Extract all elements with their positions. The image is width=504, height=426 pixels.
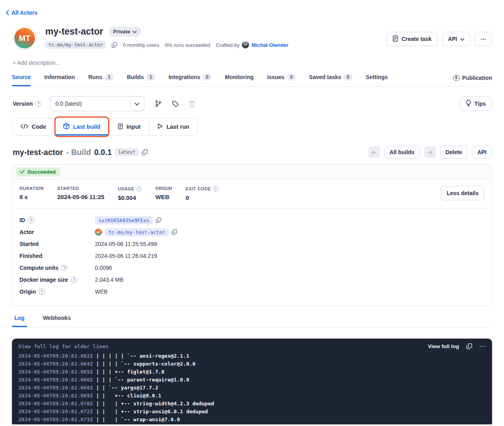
copy-icon[interactable] bbox=[466, 343, 472, 349]
version-select[interactable]: 0.0 (latest) bbox=[50, 96, 145, 111]
stat-exit-code: EXIT CODE? 0 bbox=[185, 186, 218, 201]
kv-row-docker-image-size: Docker image size? 2,043.4 MB bbox=[19, 274, 485, 286]
log-section-tabs: Log Webhooks bbox=[12, 315, 492, 327]
help-icon[interactable]: ? bbox=[136, 186, 142, 192]
play-icon bbox=[158, 123, 163, 130]
source-subtabs: Code Last build Input Last run bbox=[12, 118, 492, 136]
build-title: my-test-actor - Build 0.0.1 latest bbox=[13, 148, 148, 157]
copy-icon[interactable] bbox=[112, 42, 117, 48]
create-task-button[interactable]: Create task bbox=[386, 32, 438, 46]
version-label: Version ? bbox=[13, 101, 42, 107]
log-line: 2024-05-06T09:26:02.064Z | | | | `-- sup… bbox=[18, 360, 486, 368]
subtab-last-build[interactable]: Last build bbox=[55, 118, 109, 135]
builds-count-badge: 1 bbox=[147, 74, 155, 80]
build-api-button[interactable]: API bbox=[472, 146, 492, 159]
package-icon bbox=[63, 123, 70, 131]
issues-count-badge: 0 bbox=[287, 74, 295, 80]
chevron-down-icon bbox=[135, 101, 139, 107]
prev-build-button bbox=[368, 146, 380, 158]
copy-icon[interactable] bbox=[172, 229, 177, 235]
log-line: 2024-05-06T09:26:02.065Z | | | +-- figle… bbox=[18, 368, 486, 376]
actor-mini-avatar: MT bbox=[95, 228, 102, 236]
document-icon bbox=[118, 123, 123, 131]
help-icon[interactable]: ? bbox=[39, 289, 45, 295]
log-line: 2024-05-06T09:26:02.074Z | | | +-- ansi-… bbox=[18, 424, 486, 424]
dollar-circle-icon: $ bbox=[453, 75, 460, 81]
tab-saved-tasks[interactable]: Saved tasks0 bbox=[309, 74, 352, 86]
main-tabs: Source Information Runs1 Builds1 Integra… bbox=[12, 74, 492, 87]
kv-row-origin: Origin? WEB bbox=[19, 286, 485, 298]
all-builds-button[interactable]: All builds bbox=[384, 146, 420, 159]
stat-usage: USAGE? $0.004 bbox=[118, 186, 142, 201]
help-icon[interactable]: ? bbox=[35, 101, 42, 107]
tab-information[interactable]: Information bbox=[44, 74, 75, 86]
kv-row-actor: Actor MT tc-mo/my-test-actor bbox=[19, 226, 485, 238]
actor-avatar: MT bbox=[13, 26, 37, 50]
build-id-pill: sxzKGK5A93Se9FExs bbox=[95, 216, 153, 225]
document-icon bbox=[392, 35, 398, 43]
runs-succeeded-stat: 0% runs succeeded bbox=[165, 42, 210, 48]
build-header: my-test-actor - Build 0.0.1 latest All b… bbox=[13, 146, 492, 159]
author-avatar bbox=[242, 41, 249, 48]
help-icon[interactable]: ? bbox=[61, 265, 68, 271]
tab-builds[interactable]: Builds1 bbox=[127, 74, 155, 86]
author-link[interactable]: Michał Olender bbox=[251, 42, 288, 48]
subtab-input[interactable]: Input bbox=[109, 118, 149, 135]
tab-publication[interactable]: $ Publication bbox=[453, 75, 492, 86]
older-lines-notice: View full log for older lines bbox=[18, 343, 108, 349]
breadcrumb-label: All Actors bbox=[12, 10, 38, 16]
help-icon[interactable]: ? bbox=[71, 277, 77, 283]
build-details-card: Succeeded DURATION 8 s STARTED 2024-05-0… bbox=[12, 164, 492, 306]
actor-header: MT my-test-actor Private tc-mo/my-test-a… bbox=[13, 26, 492, 50]
view-full-log-button[interactable]: View full log bbox=[428, 343, 459, 349]
log-lines: 2024-05-06T09:26:02.062Z | | | | | `-- a… bbox=[18, 352, 486, 424]
visibility-badge[interactable]: Private bbox=[109, 27, 141, 37]
actor-link-pill[interactable]: tc-mo/my-test-actor bbox=[105, 228, 169, 236]
chevron-down-icon bbox=[133, 29, 137, 35]
add-description[interactable]: + Add description... bbox=[13, 60, 60, 66]
tab-webhooks[interactable]: Webhooks bbox=[41, 315, 73, 327]
chevron-left-icon bbox=[6, 10, 9, 15]
code-icon bbox=[21, 124, 28, 130]
copy-icon[interactable] bbox=[156, 217, 161, 223]
kv-row-finished: Finished 2024-05-06 11:26:04.219 bbox=[19, 250, 485, 262]
git-branch-icon[interactable] bbox=[155, 100, 162, 107]
log-more-button[interactable]: ⋯ bbox=[479, 343, 486, 350]
help-icon[interactable]: ? bbox=[28, 217, 34, 223]
tab-settings[interactable]: Settings bbox=[366, 74, 388, 86]
breadcrumb-all-actors[interactable]: All Actors bbox=[6, 10, 38, 16]
stat-duration: DURATION 8 s bbox=[19, 186, 44, 200]
kv-row-compute-units: Compute units? 0.0096 bbox=[19, 262, 485, 274]
help-icon[interactable]: ? bbox=[213, 186, 218, 192]
monthly-users-stat: 0 monthly users bbox=[123, 42, 159, 48]
saved-tasks-count-badge: 0 bbox=[344, 74, 352, 80]
tab-runs[interactable]: Runs1 bbox=[88, 74, 113, 86]
log-line: 2024-05-06T09:26:02.070Z | | | +-- strin… bbox=[18, 400, 486, 408]
log-line: 2024-05-06T09:26:02.073Z | | | `-- wrap-… bbox=[18, 416, 486, 424]
chevron-down-icon bbox=[460, 36, 464, 42]
delete-build-button[interactable]: Delete bbox=[440, 146, 468, 159]
tab-source[interactable]: Source bbox=[12, 74, 31, 86]
api-button[interactable]: API bbox=[442, 32, 470, 46]
copy-icon[interactable] bbox=[142, 149, 148, 155]
build-log-console[interactable]: View full log for older lines View full … bbox=[12, 339, 492, 424]
subtab-code[interactable]: Code bbox=[12, 118, 55, 135]
next-build-button bbox=[424, 146, 436, 158]
tag-icon[interactable] bbox=[172, 101, 179, 107]
tab-integrations[interactable]: Integrations0 bbox=[168, 74, 211, 86]
stat-started: STARTED 2024-05-06 11:25 bbox=[57, 186, 104, 200]
log-line: 2024-05-06T09:26:02.068Z | | `-- yargs@1… bbox=[18, 384, 486, 392]
tips-button[interactable]: Tips bbox=[460, 97, 492, 111]
subtab-last-run[interactable]: Last run bbox=[149, 118, 197, 135]
lightbulb-icon bbox=[466, 100, 471, 108]
log-line: 2024-05-06T09:26:02.069Z | | +-- cliui@8… bbox=[18, 392, 486, 400]
check-icon bbox=[20, 169, 25, 175]
integrations-count-badge: 0 bbox=[203, 74, 211, 80]
tab-log[interactable]: Log bbox=[12, 315, 27, 327]
version-bar: Version ? 0.0 (latest) Tips bbox=[13, 96, 492, 111]
kv-row-started: Started 2024-05-06 11:25:55.499 bbox=[19, 238, 485, 250]
more-actions-button[interactable]: ⋯ bbox=[475, 32, 492, 46]
tab-monitoring[interactable]: Monitoring bbox=[225, 74, 253, 86]
tab-issues[interactable]: Issues0 bbox=[267, 74, 296, 86]
less-details-button[interactable]: Less details bbox=[441, 186, 485, 200]
